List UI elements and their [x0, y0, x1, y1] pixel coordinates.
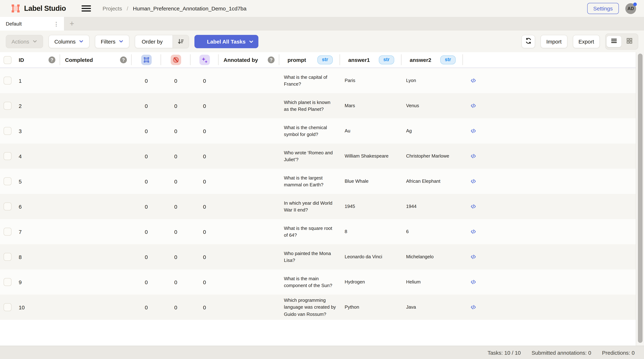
row-checkbox[interactable] [4, 77, 12, 85]
cell-id-group: 2 [0, 93, 60, 118]
row-checkbox[interactable] [4, 102, 12, 110]
cell-prompt: What is the largest mammal on Earth? [279, 169, 340, 194]
actions-button[interactable]: Actions [6, 35, 43, 48]
row-checkbox[interactable] [4, 278, 12, 286]
header-answer1[interactable]: answer1 str [340, 52, 402, 68]
cell-id: 10 [19, 304, 24, 310]
cell-predictions-count: 0 [190, 68, 218, 93]
view-source-code-icon[interactable] [470, 178, 476, 185]
header-answer2[interactable]: answer2 str [402, 52, 463, 68]
table-row[interactable]: 2 0 0 0 Which planet is known as the Red… [0, 93, 636, 118]
label-all-tasks-button[interactable]: Label All Tasks [194, 35, 258, 48]
id-help-icon[interactable]: ? [48, 57, 55, 63]
header-annotations[interactable] [132, 52, 161, 68]
view-source-code-icon[interactable] [470, 304, 476, 310]
view-source-code-icon[interactable] [470, 153, 476, 159]
view-source-code-icon[interactable] [470, 103, 476, 109]
add-tab-button[interactable]: + [64, 17, 80, 31]
row-checkbox[interactable] [4, 203, 12, 210]
vertical-scrollbar[interactable] [636, 52, 644, 346]
sort-direction-icon[interactable] [172, 35, 188, 48]
header-completed[interactable]: Completed ? [60, 52, 132, 68]
table-row[interactable]: 3 0 0 0 What is the chemical symbol for … [0, 118, 636, 144]
annotated-by-help-icon[interactable]: ? [268, 57, 274, 63]
cell-answer1: Python [340, 295, 402, 320]
cell-id: 2 [19, 103, 22, 109]
cell-annotations-count: 0 [132, 219, 161, 244]
cell-annotations-count: 0 [132, 269, 161, 295]
answer1-type-badge: str [378, 56, 394, 64]
cell-completed [60, 244, 132, 269]
view-source-code-icon[interactable] [470, 77, 476, 84]
list-view-button[interactable] [606, 36, 621, 47]
hamburger-menu-icon[interactable] [82, 5, 91, 12]
cell-spacer [483, 118, 636, 144]
table-row[interactable]: 6 0 0 0 In which year did World War II e… [0, 194, 636, 219]
cell-answer1: 1945 [340, 194, 402, 219]
row-checkbox[interactable] [4, 303, 12, 311]
cell-annotated-by [218, 118, 279, 144]
cell-annotations-count: 0 [132, 194, 161, 219]
cell-answer2: 1944 [402, 194, 463, 219]
filters-button[interactable]: Filters [95, 35, 130, 48]
tab-default[interactable]: Default ⋮ [0, 17, 64, 31]
cell-predictions-count: 0 [190, 194, 218, 219]
avatar[interactable]: AD [625, 3, 636, 14]
cell-id-group: 7 [0, 219, 60, 244]
completed-help-icon[interactable]: ? [120, 57, 127, 63]
table-row[interactable]: 8 0 0 0 Who painted the Mona Lisa? Leona… [0, 244, 636, 269]
tab-options-kebab-icon[interactable]: ⋮ [53, 20, 60, 28]
table-row[interactable]: 1 0 0 0 What is the capital of France? P… [0, 68, 636, 93]
import-button[interactable]: Import [540, 35, 567, 48]
order-by-button[interactable]: Order by [135, 35, 189, 48]
header-id[interactable]: ID ? [0, 52, 60, 68]
cell-prompt: Which planet is known as the Red Planet? [279, 93, 340, 118]
settings-button[interactable]: Settings [587, 3, 619, 14]
row-checkbox[interactable] [4, 127, 12, 135]
table-row[interactable]: 10 0 0 0 Which programming language was … [0, 295, 636, 320]
columns-button[interactable]: Columns [48, 35, 90, 48]
cell-answer2: 6 [402, 219, 463, 244]
cell-id-group: 8 [0, 244, 60, 269]
table-row[interactable]: 5 0 0 0 What is the largest mammal on Ea… [0, 169, 636, 194]
view-source-code-icon[interactable] [470, 228, 476, 235]
view-source-code-icon[interactable] [470, 128, 476, 134]
app-root: Label Studio Projects / Human_Preference… [0, 0, 644, 359]
table-row[interactable]: 4 0 0 0 Who wrote ‘Romeo and Juliet’? Wi… [0, 144, 636, 169]
cell-answer2: Helium [402, 269, 463, 295]
submitted-annotations-count: Submitted annotations: 0 [532, 350, 591, 356]
answer2-type-badge: str [440, 56, 456, 64]
cell-completed [60, 219, 132, 244]
header-annotated-by[interactable]: Annotated by ? [218, 52, 279, 68]
cancelled-annotations-icon[interactable] [170, 55, 181, 65]
view-source-code-icon[interactable] [470, 279, 476, 285]
view-source-code-icon[interactable] [470, 203, 476, 210]
row-checkbox[interactable] [4, 177, 12, 185]
grid-view-button[interactable] [622, 36, 637, 47]
predictions-sparkles-icon[interactable] [199, 55, 210, 65]
cell-prompt: Who wrote ‘Romeo and Juliet’? [279, 144, 340, 169]
breadcrumb-projects-link[interactable]: Projects [102, 6, 122, 12]
row-checkbox[interactable] [4, 152, 12, 160]
cell-spacer [483, 169, 636, 194]
cell-cancelled-count: 0 [161, 169, 190, 194]
select-all-checkbox[interactable] [4, 56, 12, 64]
refresh-button[interactable] [522, 35, 535, 48]
table-row[interactable]: 7 0 0 0 What is the square root of 64? 8… [0, 219, 636, 244]
cell-id: 1 [19, 78, 22, 84]
row-checkbox[interactable] [4, 228, 12, 236]
table-row[interactable]: 9 0 0 0 What is the main component of th… [0, 269, 636, 295]
header-cancelled[interactable] [161, 52, 190, 68]
header-prompt[interactable]: prompt str [279, 52, 340, 68]
row-checkbox[interactable] [4, 253, 12, 261]
export-button[interactable]: Export [573, 35, 600, 48]
view-source-code-icon[interactable] [470, 254, 476, 260]
header-predictions[interactable] [190, 52, 218, 68]
cell-spacer [483, 194, 636, 219]
annotations-bbox-icon[interactable] [141, 55, 152, 65]
cell-answer2: Ag [402, 118, 463, 144]
app-logo[interactable]: Label Studio [11, 4, 66, 13]
cell-prompt: What is the capital of France? [279, 68, 340, 93]
scrollbar-thumb[interactable] [638, 54, 642, 343]
cell-annotated-by [218, 194, 279, 219]
